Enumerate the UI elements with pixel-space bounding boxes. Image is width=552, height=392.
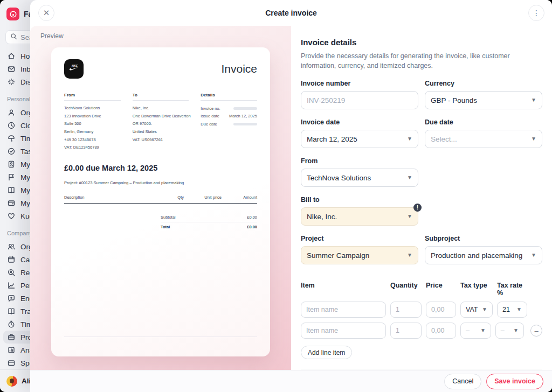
chevron-down-icon: ▼ [531,253,536,258]
currency-label: Currency [425,80,542,87]
form-description: Provide the necessary details for genera… [301,51,542,71]
invoice-from-column: From TechNova Solutions 123 Innovation D… [64,93,121,152]
modal-footer: Cancel Save invoice [30,370,552,392]
person-icon [7,108,16,117]
due-date-select[interactable]: Select... ▼ [425,130,542,148]
card-icon [7,359,16,367]
close-icon: ✕ [43,8,50,18]
create-invoice-modal: ✕ Create invoice ⋮ Preview NIKE Invoice … [30,0,552,392]
modal-title: Create invoice [265,9,317,17]
chat-bubble-icon [7,294,16,303]
invoice-number-input[interactable] [301,91,418,109]
invoice-preview-card: NIKE Invoice From TechNova Solutions 123… [51,47,270,356]
kebab-icon: ⋮ [533,9,540,17]
project-select[interactable]: Summer Campaign ▼ [301,246,418,264]
chart-line-icon [7,281,16,290]
invoice-date-select[interactable]: March 12, 2025 ▼ [301,130,418,148]
due-date-label: Due date [425,118,542,126]
clock-icon [7,121,16,130]
factorial-logo-icon [6,8,19,20]
line-item-row: VAT ▼ 21 ▼ [301,302,542,318]
chevron-down-icon: ▼ [407,136,412,142]
more-options-button[interactable]: ⋮ [528,5,544,21]
invoice-details-column: Details Invoice no. Issue date March 12,… [201,93,257,152]
nike-logo-icon: NIKE [64,59,84,79]
wallet-icon [7,199,16,207]
sparkles-icon [7,78,16,86]
invoice-details-form: Invoice details Provide the necessary de… [291,26,552,370]
search-icon [10,33,17,41]
bar-chart-icon [7,346,16,354]
price-header: Price [426,282,456,297]
chevron-down-icon: ▼ [531,97,536,103]
calendar-icon [7,255,16,264]
price-input[interactable] [426,323,456,339]
open-book-icon [7,307,16,316]
project-label: Project [301,235,418,242]
chevron-down-icon: ▼ [480,328,486,333]
from-select[interactable]: TechNova Solutions ▼ [301,169,418,187]
invoice-footer-divider [64,337,257,337]
tax-rate-select[interactable]: – ▼ [495,323,524,339]
from-label: From [301,157,418,165]
tax-type-header: Tax type [460,282,493,297]
line-items-section: Item Quantity Price Tax type Tax rate % … [301,282,542,359]
tax-type-select[interactable]: – ▼ [460,323,491,339]
form-title: Invoice details [301,38,542,47]
bill-to-label: Bill to [301,196,418,204]
quantity-header: Quantity [390,282,422,297]
flag-icon [7,173,16,181]
price-input[interactable] [426,302,456,318]
chevron-down-icon: ▼ [513,328,519,333]
invoice-table-header: Description Qty Unit price Amount [64,195,257,204]
check-circle-icon [7,147,16,156]
subproject-label: Subproject [425,235,542,242]
invoice-preview-panel: Preview NIKE Invoice From TechNova Solut… [30,26,291,370]
briefcase-icon [7,333,16,341]
app-screen: Factorial Search Home Inbox Discover Per [0,0,552,392]
invoice-project-line: Project: #00123 Summer Campaing – Produc… [64,180,257,185]
stopwatch-icon [7,320,16,328]
chevron-down-icon: ▼ [516,307,522,312]
modal-header: ✕ Create invoice ⋮ [30,0,552,26]
placeholder-bar [233,123,257,125]
heart-icon [7,212,16,220]
save-invoice-button[interactable]: Save invoice [486,374,543,389]
preview-label: Preview [40,32,64,40]
placeholder-bar [233,107,257,110]
cancel-button[interactable]: Cancel [444,374,481,389]
tax-type-select[interactable]: VAT ▼ [460,302,493,318]
remove-line-item-button[interactable]: – [530,325,542,337]
tax-rate-select[interactable]: 21 ▼ [497,302,527,318]
subproject-select[interactable]: Production and placemaking ▼ [425,246,542,264]
add-line-item-button[interactable]: Add line item [301,346,352,359]
chevron-down-icon: ▼ [531,136,536,142]
invoice-to-column: To Nike, Inc. One Bowerman Drive Beavert… [133,93,189,152]
umbrella-icon [7,134,16,143]
line-item-row: – ▼ – ▼ – [301,323,542,339]
chevron-down-icon: ▼ [482,307,487,312]
warning-badge: ! [413,204,422,212]
currency-select[interactable]: GBP - Pounds ▼ [425,91,542,109]
home-icon [7,52,16,60]
item-header: Item [301,282,386,297]
user-avatar [6,376,17,387]
invoice-totals: Subtotal £0.00 Total £0.00 [161,213,257,232]
invoice-date-label: Invoice date [301,118,418,126]
chevron-down-icon: ▼ [407,175,412,180]
item-name-input[interactable] [301,323,386,339]
item-name-input[interactable] [301,302,386,318]
inbox-icon [7,65,16,73]
bill-to-select[interactable]: Nike, Inc. ▼ ! [301,207,418,226]
invoice-title: Invoice [221,62,257,75]
book-icon [7,186,16,194]
chevron-down-icon: ▼ [407,253,412,258]
minus-icon: – [534,327,538,335]
svg-text:NIKE: NIKE [72,65,78,67]
search-person-icon [7,268,16,277]
close-button[interactable]: ✕ [38,5,54,21]
quantity-input[interactable] [390,323,422,339]
invoice-number-label: Invoice number [301,80,418,87]
people-icon [7,242,16,251]
quantity-input[interactable] [390,302,422,318]
